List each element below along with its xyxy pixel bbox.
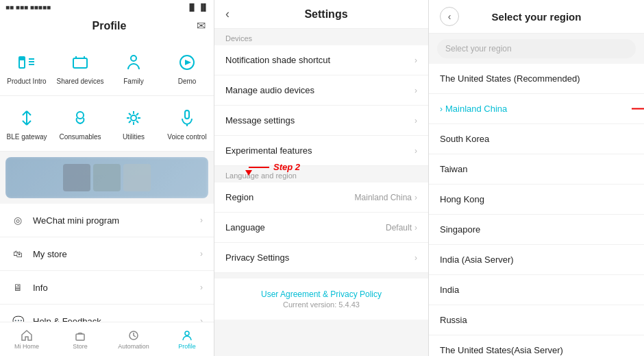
grid-item-ble[interactable]: BLE gateway xyxy=(0,102,53,145)
nav-automation-label: Automation xyxy=(118,343,149,350)
nav-home[interactable]: Mi Home xyxy=(0,322,53,356)
region-item-india[interactable]: India xyxy=(429,275,644,305)
region-item-hongkong[interactable]: Hong Kong xyxy=(429,185,644,215)
region-label-russia: Russia xyxy=(440,315,633,325)
region-item-india-asia[interactable]: India (Asia Server) xyxy=(429,245,644,275)
profile-banner xyxy=(5,157,208,198)
settings-item-message[interactable]: Message settings › xyxy=(214,106,428,136)
settings-label-privacy: Privacy Settings xyxy=(225,252,414,263)
settings-footer: User Agreement & Privacy Policy Current … xyxy=(214,278,428,320)
chevron-icon-region: › xyxy=(414,193,417,202)
nav-profile-label: Profile xyxy=(178,343,196,350)
settings-item-language[interactable]: Language Default › xyxy=(214,213,428,243)
settings-title: Settings xyxy=(235,8,417,21)
settings-label-language: Language xyxy=(225,222,386,233)
menu-item-help[interactable]: 💬 Help & Feedback › xyxy=(0,305,214,322)
settings-item-experimental[interactable]: Experimental features › xyxy=(214,136,428,166)
nav-profile[interactable]: Profile xyxy=(160,322,214,356)
svg-point-16 xyxy=(185,331,189,335)
nav-store-label: Store xyxy=(73,343,88,350)
chevron-icon-message: › xyxy=(414,116,417,126)
help-icon: 💬 xyxy=(11,314,25,322)
region-item-taiwan[interactable]: Taiwan xyxy=(429,154,644,185)
region-title: Select your region xyxy=(465,11,608,23)
consumables-icon xyxy=(68,106,92,130)
region-list: The United States (Recommended) › Mainla… xyxy=(429,64,644,356)
menu-item-info[interactable]: 🖥 Info › xyxy=(0,271,214,305)
svg-rect-5 xyxy=(73,58,87,68)
grid-label-demo: Demo xyxy=(178,78,197,86)
region-search-bar[interactable]: Select your region xyxy=(437,39,636,58)
settings-back-icon[interactable]: ‹ xyxy=(225,7,230,21)
grid-label-consumables: Consumables xyxy=(59,133,101,141)
chevron-icon-notification: › xyxy=(414,56,417,65)
grid-item-utilities[interactable]: Utilities xyxy=(107,102,160,145)
family-icon xyxy=(121,50,146,75)
region-label-us-asia: The United States(Asia Server) xyxy=(440,345,633,355)
chevron-icon-language: › xyxy=(414,223,417,233)
settings-item-region[interactable]: Region Mainland China › Step 2 xyxy=(214,182,428,213)
step2-annotation: Step 2 xyxy=(249,162,300,172)
nav-home-label: Mi Home xyxy=(14,343,39,350)
region-item-china[interactable]: › Mainland China Step 3 xyxy=(429,94,644,124)
svg-rect-1 xyxy=(19,57,25,60)
nav-store[interactable]: Store xyxy=(53,322,107,356)
wechat-icon: ◎ xyxy=(11,213,25,227)
svg-point-11 xyxy=(131,115,136,121)
region-item-us[interactable]: The United States (Recommended) xyxy=(429,64,644,94)
settings-section-devices: Devices xyxy=(214,29,428,45)
menu-label-wechat: WeChat mini program xyxy=(33,215,200,226)
menu-label-info: Info xyxy=(33,283,200,293)
profile-panel: ■■ ■■■ ■■■■■ ▐▌ ▐▌ Profile ✉ Product Int… xyxy=(0,0,214,356)
step2-label: Step 2 xyxy=(273,162,300,172)
menu-label-help: Help & Feedback xyxy=(33,316,200,322)
store-icon: 🛍 xyxy=(11,247,25,261)
nav-automation[interactable]: Automation xyxy=(107,322,160,356)
demo-icon xyxy=(175,50,199,75)
svg-rect-12 xyxy=(185,110,189,119)
profile-grid: Product Intro Shared devices Family xyxy=(0,40,214,96)
settings-value-language: Default xyxy=(386,223,412,233)
region-label-hongkong: Hong Kong xyxy=(440,194,633,204)
utilities-icon xyxy=(121,106,146,130)
region-back-button[interactable]: ‹ xyxy=(440,7,459,26)
profile-header: Profile ✉ xyxy=(0,14,214,40)
grid-item-voice[interactable]: Voice control xyxy=(160,102,214,145)
region-item-singapore[interactable]: Singapore xyxy=(429,215,644,245)
product-icon xyxy=(14,50,39,75)
status-time: ■■ ■■■ ■■■■■ xyxy=(5,3,51,11)
region-item-russia[interactable]: Russia xyxy=(429,305,644,335)
grid-item-demo[interactable]: Demo xyxy=(160,46,214,90)
settings-item-notification[interactable]: Notification shade shortcut › xyxy=(214,45,428,75)
region-label-us: The United States (Recommended) xyxy=(440,73,633,84)
region-label-singapore: Singapore xyxy=(440,224,633,235)
grid-label-family: Family xyxy=(123,78,143,86)
shared-icon xyxy=(68,50,92,75)
mail-icon[interactable]: ✉ xyxy=(197,19,206,32)
grid-item-product[interactable]: Product Intro xyxy=(0,46,53,90)
svg-marker-9 xyxy=(185,60,191,65)
grid-item-consumables[interactable]: Consumables xyxy=(53,102,107,145)
settings-item-audio[interactable]: Manage audio devices › xyxy=(214,75,428,106)
chevron-icon-info: › xyxy=(200,283,203,292)
ble-icon xyxy=(14,106,39,130)
info-icon: 🖥 xyxy=(11,281,25,294)
settings-footer-link[interactable]: User Agreement & Privacy Policy xyxy=(225,289,417,299)
grid-item-shared[interactable]: Shared devices xyxy=(53,46,107,90)
region-item-us-asia[interactable]: The United States(Asia Server) xyxy=(429,335,644,356)
menu-item-store[interactable]: 🛍 My store › xyxy=(0,237,214,271)
settings-label-audio: Manage audio devices xyxy=(225,85,414,95)
settings-footer-version: Current version: 5.4.43 xyxy=(225,300,417,309)
region-panel: ‹ Select your region Select your region … xyxy=(429,0,644,356)
settings-panel: ‹ Settings Devices Notification shade sh… xyxy=(214,0,429,356)
region-active-chevron: › xyxy=(440,104,443,114)
chevron-icon-wechat: › xyxy=(200,215,203,225)
menu-item-wechat[interactable]: ◎ WeChat mini program › xyxy=(0,204,214,237)
grid-item-family[interactable]: Family xyxy=(107,46,160,90)
status-bar: ■■ ■■■ ■■■■■ ▐▌ ▐▌ xyxy=(0,0,214,14)
settings-label-region: Region xyxy=(225,192,355,202)
chevron-icon-store: › xyxy=(200,249,203,259)
region-item-korea[interactable]: South Korea xyxy=(429,124,644,154)
status-icons: ▐▌ ▐▌ xyxy=(187,3,208,11)
settings-item-privacy[interactable]: Privacy Settings › xyxy=(214,243,428,273)
